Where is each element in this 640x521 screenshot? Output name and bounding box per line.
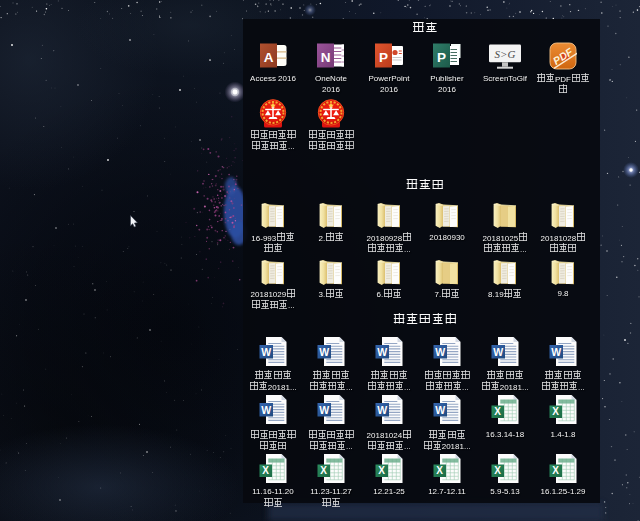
svg-text:S>G: S>G xyxy=(495,48,516,60)
svg-text:X: X xyxy=(378,465,385,476)
svg-text:W: W xyxy=(261,346,271,358)
svg-text:X: X xyxy=(262,465,269,476)
svg-text:W: W xyxy=(377,346,387,358)
svg-text:X: X xyxy=(494,465,501,476)
svg-text:N: N xyxy=(321,50,331,65)
svg-text:W: W xyxy=(435,404,445,416)
svg-text:A: A xyxy=(264,50,274,65)
svg-text:X: X xyxy=(436,465,443,476)
svg-text:W: W xyxy=(319,346,329,358)
svg-text:X: X xyxy=(494,406,501,417)
svg-text:X: X xyxy=(552,406,559,417)
svg-text:W: W xyxy=(261,404,271,416)
svg-text:W: W xyxy=(493,346,503,358)
svg-text:W: W xyxy=(377,404,387,416)
svg-text:X: X xyxy=(552,465,559,476)
svg-text:W: W xyxy=(319,404,329,416)
svg-text:P: P xyxy=(437,50,446,65)
svg-text:X: X xyxy=(320,465,327,476)
svg-text:P: P xyxy=(379,50,388,65)
svg-text:W: W xyxy=(435,346,445,358)
svg-text:W: W xyxy=(551,346,561,358)
